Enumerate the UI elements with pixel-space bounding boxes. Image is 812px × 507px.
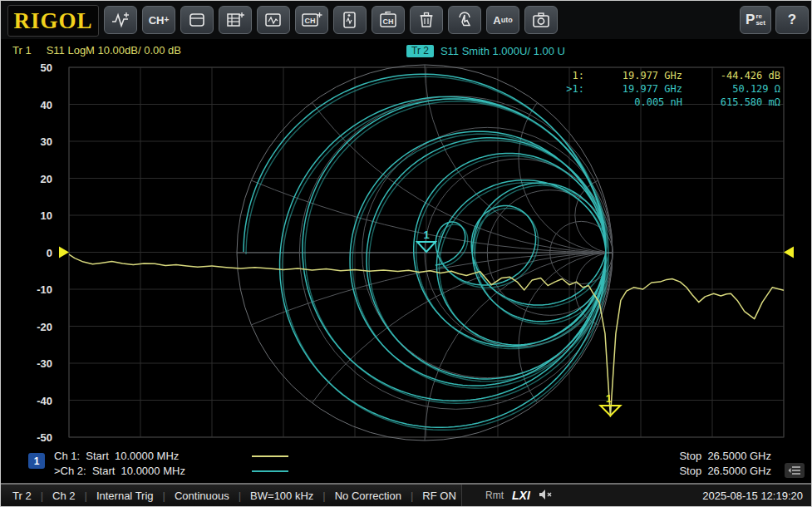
marker-readout-cell: 50.129 Ω <box>682 82 780 96</box>
y-tick-label: 50 <box>19 62 52 74</box>
status-item[interactable]: No Correction <box>313 490 401 502</box>
channel-1-info[interactable]: Ch 1: Start 10.0000 MHz <box>54 450 179 462</box>
speaker-muted-icon[interactable] <box>539 489 553 503</box>
y-tick-label: 0 <box>19 247 52 259</box>
status-item[interactable]: RF ON <box>401 490 456 502</box>
marker-readout-cell: 1: <box>541 69 584 82</box>
svg-text:1: 1 <box>423 229 429 241</box>
status-right-panel: Rmt LXI 2025-08-15 12:19:20 <box>461 485 811 506</box>
marker-readout-cell: 19.977 GHz <box>584 82 682 96</box>
status-bar: Tr 2Ch 2Internal TrigContinuousBW=100 kH… <box>1 483 811 506</box>
y-tick-label: -20 <box>19 321 52 333</box>
marker-readout-cell: 615.580 mΩ <box>682 96 780 109</box>
status-item[interactable]: Continuous <box>154 490 229 502</box>
status-item[interactable]: Ch 2 <box>32 490 76 502</box>
status-item[interactable]: Tr 2 <box>12 490 32 502</box>
y-tick-label: 40 <box>19 99 52 111</box>
lxi-logo: LXI <box>512 489 530 502</box>
marker-readout-cell: 0.005 nH <box>584 96 682 109</box>
window-badge[interactable]: 1 <box>28 453 45 469</box>
channel-2-stop-freq: Stop 26.5000 GHz <box>679 465 771 477</box>
channel-1-stop-freq: Stop 26.5000 GHz <box>679 450 771 462</box>
vna-screen: RIGOL CH+CHCHAuto Preset ? Tr 1S11 LogM … <box>0 0 812 507</box>
y-tick-label: -30 <box>19 357 52 370</box>
svg-text:1: 1 <box>606 392 612 405</box>
status-item[interactable]: Internal Trig <box>76 490 154 502</box>
remote-indicator: Rmt <box>485 490 504 501</box>
y-tick-label: 30 <box>19 135 52 148</box>
marker-readout-cell: >1: <box>541 82 584 96</box>
marker-readout: 1:19.977 GHz-44.426 dB>1:19.977 GHz50.12… <box>541 69 780 109</box>
y-tick-label: -40 <box>19 395 52 407</box>
status-item[interactable]: BW=100 kHz <box>229 490 314 502</box>
collapse-menu-icon[interactable] <box>785 463 805 478</box>
datetime: 2025-08-15 12:19:20 <box>702 490 803 502</box>
channel-1-trace-swatch <box>252 455 288 457</box>
y-tick-label: 20 <box>19 173 52 185</box>
marker-readout-cell: 19.977 GHz <box>584 69 682 82</box>
channel-2-info[interactable]: >Ch 2: Start 10.0000 MHz <box>54 465 185 477</box>
y-tick-label: -10 <box>19 283 52 296</box>
ref-level-indicator-left[interactable] <box>59 247 69 258</box>
marker-readout-cell: -44.426 dB <box>682 69 780 82</box>
channel-2-trace-swatch <box>252 470 288 472</box>
marker-readout-cell <box>541 96 584 109</box>
status-items: Tr 2Ch 2Internal TrigContinuousBW=100 kH… <box>1 490 461 502</box>
ref-level-indicator-right[interactable] <box>784 247 794 258</box>
y-tick-label: 10 <box>19 209 52 222</box>
y-tick-label: -50 <box>19 431 52 444</box>
